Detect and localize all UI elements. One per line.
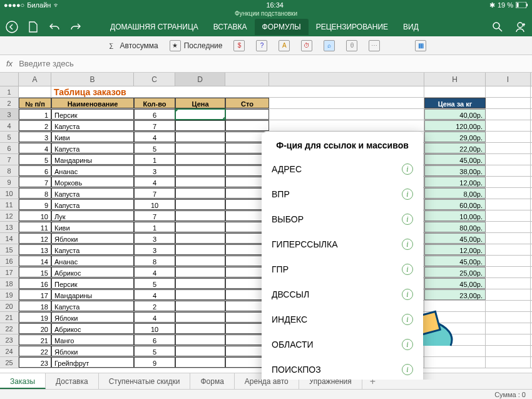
cell-unit-price[interactable]: 40,00р. bbox=[424, 109, 486, 120]
cell-qty[interactable]: 9 bbox=[134, 357, 175, 368]
back-button[interactable] bbox=[5, 20, 19, 34]
cell-name[interactable]: Персик bbox=[51, 109, 134, 120]
search-icon[interactable] bbox=[491, 20, 504, 34]
formula-bar[interactable]: fx bbox=[0, 55, 532, 73]
tab-formulas[interactable]: ФОРМУЛЫ bbox=[255, 19, 309, 35]
cell-qty[interactable]: 7 bbox=[134, 210, 175, 221]
cell-unit-price[interactable]: 80,00р. bbox=[424, 222, 486, 232]
cell-price[interactable] bbox=[175, 312, 225, 323]
row-header[interactable]: 7 bbox=[0, 154, 19, 165]
cell-qty[interactable]: 1 bbox=[134, 154, 175, 165]
formula-input[interactable] bbox=[19, 59, 526, 68]
cell-num[interactable]: 8 bbox=[19, 188, 51, 199]
cell[interactable] bbox=[269, 109, 424, 120]
cell-name[interactable]: Грейпфрут bbox=[51, 357, 134, 368]
header-qty[interactable]: Кол-во bbox=[134, 98, 175, 108]
info-icon[interactable]: i bbox=[402, 339, 413, 350]
cell-price[interactable] bbox=[175, 154, 225, 165]
fn-calc-icon[interactable]: ▦ bbox=[415, 40, 426, 51]
cell-qty[interactable]: 7 bbox=[134, 120, 175, 131]
header-price[interactable]: Цена bbox=[175, 98, 225, 108]
file-icon[interactable] bbox=[26, 20, 40, 34]
cell[interactable] bbox=[486, 256, 531, 266]
cell[interactable] bbox=[424, 323, 486, 334]
cell-num[interactable]: 2 bbox=[19, 120, 51, 131]
cell-qty[interactable]: 6 bbox=[134, 334, 175, 345]
row-header[interactable]: 10 bbox=[0, 188, 19, 199]
cell-price[interactable] bbox=[175, 177, 225, 187]
header-cost[interactable]: Сто bbox=[225, 98, 269, 108]
fn-text-icon[interactable]: A bbox=[279, 40, 290, 51]
cell-unit-price[interactable]: 23,00р. bbox=[424, 289, 486, 300]
row-header[interactable]: 6 bbox=[0, 143, 19, 153]
col-header[interactable]: H bbox=[424, 73, 486, 86]
cell-num[interactable]: 19 bbox=[19, 312, 51, 323]
cell-unit-price[interactable]: 29,00р. bbox=[424, 132, 486, 142]
cell[interactable] bbox=[486, 323, 531, 334]
cell-num[interactable]: 11 bbox=[19, 222, 51, 232]
cell-num[interactable]: 3 bbox=[19, 132, 51, 142]
cell-name[interactable]: Ананас bbox=[51, 256, 134, 266]
cell-unit-price[interactable]: 12,00р. bbox=[424, 244, 486, 255]
cell[interactable] bbox=[486, 289, 531, 300]
cell-unit-price[interactable]: 45,00р. bbox=[424, 256, 486, 266]
cell-unit-price[interactable]: 8,00р. bbox=[424, 188, 486, 199]
col-header[interactable]: I bbox=[486, 73, 531, 86]
cell[interactable] bbox=[486, 312, 531, 323]
cell[interactable] bbox=[486, 210, 531, 221]
row-header[interactable]: 16 bbox=[0, 256, 19, 266]
row-header[interactable]: 13 bbox=[0, 222, 19, 232]
cell-qty[interactable]: 10 bbox=[134, 199, 175, 210]
info-icon[interactable]: i bbox=[402, 163, 413, 175]
cell-qty[interactable]: 2 bbox=[134, 301, 175, 311]
col-header[interactable]: A bbox=[19, 73, 51, 86]
cell-qty[interactable]: 3 bbox=[134, 165, 175, 176]
cell-name[interactable]: Капуста bbox=[51, 301, 134, 311]
cell-num[interactable]: 14 bbox=[19, 256, 51, 266]
cell-qty[interactable]: 5 bbox=[134, 278, 175, 289]
cell-qty[interactable]: 5 bbox=[134, 143, 175, 153]
row-header[interactable]: 3 bbox=[0, 109, 19, 120]
recent-button[interactable]: ★Последние bbox=[170, 40, 223, 51]
row-header[interactable]: 20 bbox=[0, 301, 19, 311]
function-item[interactable]: ИНДЕКСi bbox=[262, 307, 423, 332]
cell-num[interactable]: 6 bbox=[19, 165, 51, 176]
cell-price[interactable] bbox=[175, 132, 225, 142]
cell[interactable] bbox=[364, 86, 424, 97]
function-item[interactable]: ГПРi bbox=[262, 257, 423, 282]
cell-num[interactable]: 18 bbox=[19, 301, 51, 311]
cell[interactable] bbox=[424, 312, 486, 323]
cell-price[interactable] bbox=[175, 143, 225, 153]
tab-review[interactable]: РЕЦЕНЗИРОВАНИЕ bbox=[309, 19, 396, 35]
cell[interactable] bbox=[486, 177, 531, 187]
sheet-tab[interactable]: Доставка bbox=[46, 373, 99, 389]
cell-cost[interactable] bbox=[225, 109, 269, 120]
cell-name[interactable]: Киви bbox=[51, 132, 134, 142]
row-header[interactable]: 11 bbox=[0, 199, 19, 210]
cell[interactable] bbox=[269, 98, 424, 108]
header-num[interactable]: № п/п bbox=[19, 98, 51, 108]
cell-name[interactable]: Морковь bbox=[51, 177, 134, 187]
cell-name[interactable]: Ананас bbox=[51, 165, 134, 176]
cell-qty[interactable]: 4 bbox=[134, 289, 175, 300]
row-header[interactable]: 4 bbox=[0, 120, 19, 131]
info-icon[interactable]: i bbox=[402, 239, 413, 250]
row-header[interactable]: 23 bbox=[0, 334, 19, 345]
sheet-area[interactable]: A B C D H I 1Таблица заказов2№ п/пНаимен… bbox=[0, 73, 532, 380]
cell-price[interactable] bbox=[175, 109, 225, 120]
row-header[interactable]: 2 bbox=[0, 98, 19, 108]
cell-name[interactable]: Персик bbox=[51, 278, 134, 289]
cell-qty[interactable]: 3 bbox=[134, 233, 175, 244]
cell[interactable] bbox=[486, 120, 531, 131]
cell-num[interactable]: 1 bbox=[19, 109, 51, 120]
cell[interactable] bbox=[486, 301, 531, 311]
cell[interactable] bbox=[486, 233, 531, 244]
cell-num[interactable]: 21 bbox=[19, 334, 51, 345]
info-icon[interactable]: i bbox=[402, 314, 413, 325]
cell-price[interactable] bbox=[175, 357, 225, 368]
fn-logical-icon[interactable]: ? bbox=[256, 40, 267, 51]
cell-num[interactable]: 10 bbox=[19, 210, 51, 221]
cell-price[interactable] bbox=[175, 188, 225, 199]
select-all-corner[interactable] bbox=[0, 73, 19, 86]
cell-name[interactable]: Яблоки bbox=[51, 312, 134, 323]
